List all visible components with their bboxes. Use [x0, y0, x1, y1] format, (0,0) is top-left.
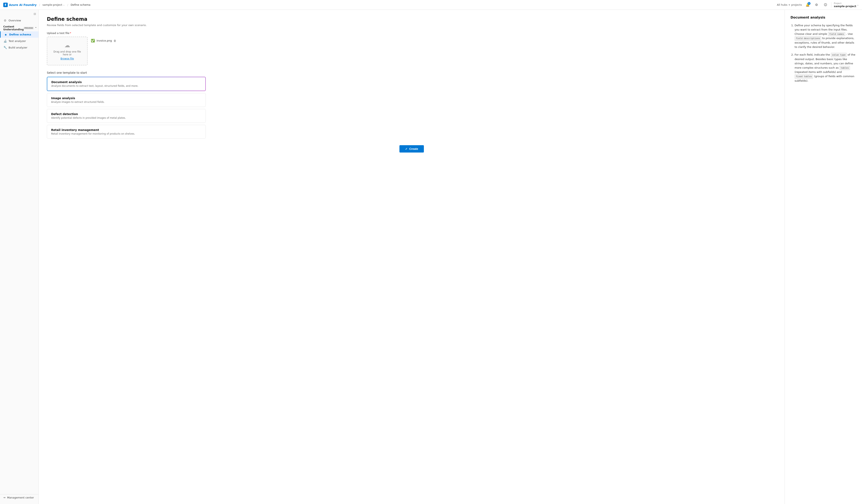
management-center-link[interactable]: ⇒ Management center [0, 494, 39, 501]
browse-file-link[interactable]: Browse file [61, 57, 74, 60]
template-description: Analyze images to extract structured fie… [51, 101, 201, 104]
sidebar-item-label: Overview [9, 19, 21, 22]
sidebar-collapse-button[interactable]: ⊟ [0, 11, 39, 17]
notification-badge: 1 [808, 2, 810, 5]
sidebar-item-label: Build analyzer [9, 46, 27, 49]
topbar-right: All hubs + projects 🔔 1 ⚙ 😊 Project samp… [777, 2, 859, 8]
project-info-text: Project sample-project [834, 2, 856, 8]
upload-dropzone[interactable]: ☁ Drag and drop one file here or Browse … [47, 37, 88, 65]
app-logo[interactable]: Azure AI Foundry [3, 3, 37, 7]
project-name: sample-project [42, 3, 62, 6]
step1-code2: field descriptions [795, 36, 821, 41]
project-display-name: sample-project [834, 5, 856, 8]
upload-file-list: ✅ invoice.png 🗑 [88, 37, 776, 65]
management-center-label: Management center [7, 496, 34, 499]
settings-button[interactable]: ⚙ [813, 2, 820, 8]
project-label: Project [834, 2, 856, 5]
step2-code2: tables [839, 66, 850, 70]
template-title: Defect detection [51, 112, 201, 116]
panel-step-2: For each field, indicate the value type … [795, 53, 856, 83]
template-card-retail-inventory[interactable]: Retail inventory management Retail inven… [47, 125, 206, 139]
step2-code3: fixed tables [795, 74, 813, 79]
project-expand-icon: ⌄ [857, 4, 859, 6]
breadcrumb-sep-2: / [67, 3, 68, 6]
template-description: Identify potential defects in provided i… [51, 117, 201, 119]
right-panel: Document analysis Define your schema by … [785, 10, 862, 504]
section-collapse-icon: ⌃ [35, 27, 37, 29]
main-layout: ⊟ ⊙ Overview Content Understanding PREVI… [0, 10, 862, 504]
topbar-left: Azure AI Foundry / sample-project ⌄ / De… [3, 3, 90, 7]
section-label-text: Content Understanding [3, 25, 24, 31]
panel-step-1: Define your schema by specifying the fie… [795, 23, 856, 49]
template-section-label: Select one template to start [47, 71, 776, 74]
uploaded-file-name: invoice.png [96, 39, 112, 42]
sidebar-item-define-schema[interactable]: ◆ Define schema [0, 31, 39, 38]
breadcrumb-current: Define schema [71, 3, 90, 6]
define-schema-icon: ◆ [4, 33, 8, 36]
gear-icon: ⚙ [815, 3, 818, 7]
create-button-label: Create [409, 147, 418, 150]
template-title: Document analysis [51, 80, 201, 84]
template-description: Analyze documents to extract text, layou… [51, 84, 201, 87]
page-subtitle: Review fields from selected template and… [47, 24, 776, 27]
topbar: Azure AI Foundry / sample-project ⌄ / De… [0, 0, 862, 10]
sidebar-item-label: Define schema [9, 33, 31, 36]
template-title: Retail inventory management [51, 128, 201, 132]
template-description: Retail inventory management for monitori… [51, 132, 201, 135]
template-card-defect-detection[interactable]: Defect detection Identify potential defe… [47, 109, 206, 123]
sidebar-bottom: ⇒ Management center [0, 493, 39, 502]
management-center-icon: ⇒ [3, 496, 5, 499]
overview-icon: ⊙ [3, 19, 7, 22]
preview-badge: PREVIEW [24, 27, 34, 29]
sidebar-item-overview[interactable]: ⊙ Overview [0, 17, 39, 24]
project-breadcrumb[interactable]: sample-project ⌄ [42, 3, 65, 6]
user-icon: 😊 [824, 3, 827, 7]
main-content: Define schema Review fields from selecte… [39, 10, 785, 504]
all-hubs-link[interactable]: All hubs + projects [777, 3, 802, 6]
sidebar-top: ⊟ ⊙ Overview Content Understanding PREVI… [0, 11, 39, 51]
app-name: Azure AI Foundry [9, 3, 37, 6]
collapse-icon: ⊟ [34, 12, 36, 15]
sidebar-item-build-analyzer[interactable]: 🔧 Build analyzer [0, 44, 39, 51]
page-title: Define schema [47, 16, 776, 22]
content-area: Define schema Review fields from selecte… [39, 10, 862, 504]
step2-text-between2: (repeated items with subfields) and [795, 70, 842, 74]
breadcrumb-sep-1: / [39, 3, 40, 6]
sidebar: ⊟ ⊙ Overview Content Understanding PREVI… [0, 10, 39, 504]
upload-cloud-icon: ☁ [64, 42, 70, 49]
uploaded-file-item: ✅ invoice.png 🗑 [91, 39, 773, 42]
panel-steps-list: Define your schema by specifying the fie… [791, 23, 856, 83]
step2-text-before: For each field, indicate the [795, 53, 831, 56]
required-marker: * [70, 31, 71, 35]
delete-file-button[interactable]: 🗑 [114, 39, 116, 42]
azure-logo-icon [3, 3, 8, 7]
user-avatar-button[interactable]: 😊 [822, 2, 829, 8]
upload-area: ☁ Drag and drop one file here or Browse … [47, 37, 776, 65]
panel-title: Document analysis [791, 15, 856, 19]
template-title: Image analysis [51, 96, 201, 100]
create-bar: ✓ Create [47, 139, 776, 156]
template-card-image-analysis[interactable]: Image analysis Analyze images to extract… [47, 93, 206, 107]
notifications-button[interactable]: 🔔 1 [804, 2, 811, 8]
project-info[interactable]: Project sample-project ⌄ [831, 2, 859, 8]
sidebar-item-test-analyzer[interactable]: 🔬 Test analyzer [0, 38, 39, 44]
template-list: Document analysis Analyze documents to e… [47, 77, 206, 139]
step1-code1: field names [828, 32, 845, 37]
sidebar-item-label: Test analyzer [9, 40, 26, 42]
sidebar-section-content-understanding[interactable]: Content Understanding PREVIEW ⌃ [0, 24, 39, 31]
step1-text-between: . Use [846, 32, 853, 36]
upload-section-label: Upload a test file* [47, 31, 776, 35]
template-card-document-analysis[interactable]: Document analysis Analyze documents to e… [47, 77, 206, 91]
file-success-icon: ✅ [91, 39, 95, 42]
check-icon: ✓ [405, 147, 408, 150]
project-chevron-icon: ⌄ [63, 4, 65, 6]
build-analyzer-icon: 🔧 [3, 46, 7, 49]
test-analyzer-icon: 🔬 [3, 39, 7, 42]
step2-code1: value type [831, 53, 847, 57]
create-button[interactable]: ✓ Create [400, 145, 424, 152]
upload-dropzone-text: Drag and drop one file here or [51, 50, 84, 56]
